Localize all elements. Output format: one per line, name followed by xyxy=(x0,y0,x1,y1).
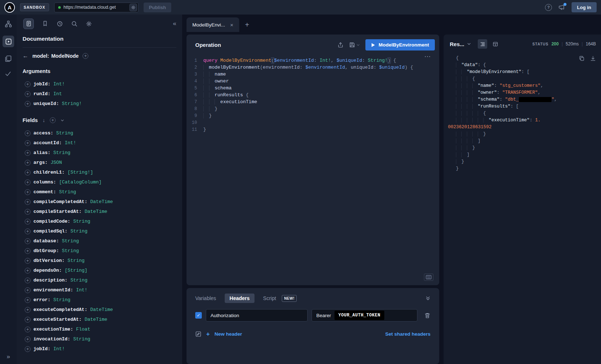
field-type-link[interactable]: [CatalogColumn] xyxy=(59,179,101,185)
field-type-link[interactable]: Int xyxy=(53,91,62,97)
doc-field-row[interactable]: +comment:String xyxy=(23,187,176,197)
doc-field-row[interactable]: +error:String xyxy=(23,295,176,305)
documentation-tab-icon-active[interactable] xyxy=(23,19,34,29)
field-name[interactable]: executeStartedAt: xyxy=(33,317,82,322)
field-name[interactable]: executeCompletedAt: xyxy=(33,307,87,312)
publish-button[interactable]: Publish xyxy=(144,3,172,12)
field-type-link[interactable]: String xyxy=(73,336,90,342)
field-name[interactable]: compiledCode: xyxy=(33,219,70,224)
editor-more-menu-icon[interactable]: ⋯ xyxy=(424,53,431,60)
add-field-to-query-button[interactable]: + xyxy=(25,81,31,87)
add-field-to-query-button[interactable]: + xyxy=(25,248,31,254)
add-field-to-query-button[interactable]: + xyxy=(25,130,31,136)
doc-field-row[interactable]: +environmentId:Int! xyxy=(23,285,176,295)
endpoint-url-input[interactable]: https://metadata.cloud.get xyxy=(54,3,139,12)
add-field-to-query-button[interactable]: + xyxy=(25,160,31,166)
operation-tab[interactable]: ModelByEnvi... × xyxy=(187,17,239,32)
field-type-link[interactable]: Int! xyxy=(76,287,87,293)
endpoint-url-text[interactable]: https://metadata.cloud.get xyxy=(64,5,127,10)
field-name[interactable]: alias: xyxy=(33,150,51,155)
field-name[interactable]: compiledSql: xyxy=(33,228,68,234)
add-fields-chevron-icon[interactable] xyxy=(60,118,64,122)
formatted-view-toggle-active[interactable] xyxy=(478,39,487,49)
field-type-link[interactable]: String xyxy=(71,278,88,283)
share-operation-icon[interactable] xyxy=(337,42,344,48)
field-name[interactable]: dependsOn: xyxy=(33,268,62,273)
operation-editor[interactable]: 1query ModelByEnvironment($environmentId… xyxy=(187,53,439,133)
saved-operations-bookmark-icon[interactable] xyxy=(42,21,48,27)
back-arrow-icon[interactable]: ← xyxy=(23,53,28,59)
doc-field-row[interactable]: +database:String xyxy=(23,236,176,246)
doc-field-row[interactable]: +compiledSql:String xyxy=(23,226,176,236)
doc-field-row[interactable]: +compiledCode:String xyxy=(23,217,176,226)
keyboard-shortcuts-icon[interactable] xyxy=(424,274,433,281)
add-field-to-query-button[interactable]: + xyxy=(25,150,31,156)
sort-fields-icon[interactable]: ↓ xyxy=(43,118,45,123)
doc-field-row[interactable]: +dependsOn:[String] xyxy=(23,266,176,275)
auth-token-chip[interactable]: YOUR_AUTH_TOKEN xyxy=(334,311,385,320)
add-field-to-query-button[interactable]: + xyxy=(25,170,31,175)
doc-field-row[interactable]: +access:String xyxy=(23,128,176,138)
table-view-toggle[interactable] xyxy=(490,39,500,49)
header-value-input[interactable]: Bearer YOUR_AUTH_TOKEN xyxy=(312,309,417,321)
schema-graph-icon[interactable] xyxy=(5,20,12,28)
field-name[interactable]: dbtVersion: xyxy=(33,258,65,263)
add-field-to-query-button[interactable]: + xyxy=(25,278,31,283)
field-name[interactable]: jobId: xyxy=(33,346,51,352)
add-field-to-query-button[interactable]: + xyxy=(25,268,31,274)
field-type-link[interactable]: DateTime xyxy=(85,317,107,322)
announcements-icon[interactable] xyxy=(558,4,565,11)
add-field-to-query-button[interactable]: + xyxy=(25,238,31,244)
add-field-to-query-button[interactable]: + xyxy=(25,327,31,332)
field-type-link[interactable]: String! xyxy=(62,101,82,106)
tab-script[interactable]: Script xyxy=(263,295,276,301)
add-field-to-query-button[interactable]: + xyxy=(25,287,31,293)
field-type-link[interactable]: Int! xyxy=(53,81,65,87)
field-type-link[interactable]: String xyxy=(62,238,79,244)
field-type-link[interactable]: DateTime xyxy=(90,307,113,312)
history-icon[interactable] xyxy=(57,21,63,27)
checklist-icon[interactable] xyxy=(5,70,12,78)
field-type-link[interactable]: String xyxy=(71,228,88,234)
add-field-to-query-button[interactable]: + xyxy=(25,189,31,195)
delete-header-icon[interactable] xyxy=(424,312,430,319)
field-type-link[interactable]: JSON xyxy=(51,160,62,165)
field-type-link[interactable]: DateTime xyxy=(90,199,113,205)
doc-field-row[interactable]: +compileStartedAt:DateTime xyxy=(23,207,176,217)
settings-gear-icon[interactable] xyxy=(86,21,92,27)
add-field-to-query-button[interactable]: + xyxy=(25,101,31,107)
doc-field-row[interactable]: +args:JSON xyxy=(23,158,176,167)
login-button[interactable]: Log in xyxy=(572,2,597,12)
doc-field-row[interactable]: +jobId:Int! xyxy=(23,344,176,354)
tab-headers[interactable]: Headers xyxy=(225,294,254,303)
field-name[interactable]: childrenL1: xyxy=(33,170,65,175)
header-key-input[interactable]: Authorization xyxy=(206,309,308,321)
doc-field-row[interactable]: +executeCompletedAt:DateTime xyxy=(23,305,176,315)
field-type-link[interactable]: String xyxy=(68,258,85,263)
search-icon[interactable] xyxy=(71,21,77,27)
field-type-link[interactable]: String xyxy=(73,219,90,224)
doc-field-row[interactable]: +alias:String xyxy=(23,148,176,158)
doc-field-row[interactable]: +executionTime:Float xyxy=(23,324,176,334)
download-response-icon[interactable] xyxy=(590,56,596,61)
add-all-fields-button[interactable]: + xyxy=(83,53,88,59)
field-name[interactable]: executionTime: xyxy=(33,327,73,332)
field-name[interactable]: error: xyxy=(33,297,51,303)
new-header-button[interactable]: New header xyxy=(215,331,242,337)
add-field-to-query-button[interactable]: + xyxy=(25,140,31,146)
doc-field-row[interactable]: +columns:[CatalogColumn] xyxy=(23,177,176,187)
doc-field-row[interactable]: +accountId:Int! xyxy=(23,138,176,148)
save-operation-icon[interactable] xyxy=(349,42,360,48)
field-type-link[interactable]: String xyxy=(59,189,76,195)
add-field-to-query-button[interactable]: + xyxy=(25,219,31,225)
add-fields-button[interactable]: + xyxy=(50,117,56,123)
field-name[interactable]: description: xyxy=(33,278,68,283)
doc-field-row[interactable]: +runId:Int xyxy=(23,89,176,99)
doc-field-row[interactable]: +childrenL1:[String!] xyxy=(23,167,176,177)
header-enabled-checkbox[interactable]: ✓ xyxy=(195,312,202,319)
field-name[interactable]: compileCompletedAt: xyxy=(33,199,87,205)
field-name[interactable]: columns: xyxy=(33,179,56,185)
tab-variables[interactable]: Variables xyxy=(195,295,216,301)
add-field-to-query-button[interactable]: + xyxy=(25,179,31,185)
add-field-to-query-button[interactable]: + xyxy=(25,317,31,323)
